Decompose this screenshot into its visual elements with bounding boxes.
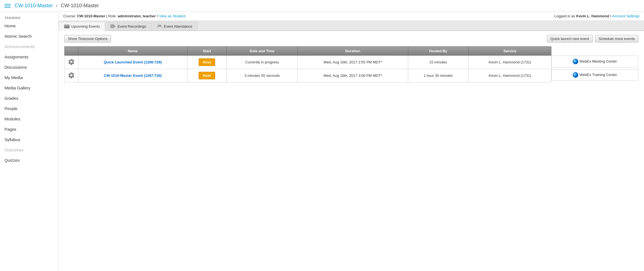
event-link-1[interactable]: CW-1010-Master Event (1267:730): [104, 73, 162, 78]
sidebar-item-announcements: Announcements: [0, 41, 58, 52]
gear-icon[interactable]: [68, 58, 75, 65]
sidebar-item-home[interactable]: Home: [0, 21, 58, 31]
course-header: Course: CW-1010-Master | Role: administr…: [59, 12, 644, 21]
sidebar-item-pages[interactable]: Pages: [0, 124, 58, 134]
gear-icon[interactable]: [68, 72, 75, 79]
tabs-bar: Upcoming Events Event Recordings Event A…: [59, 21, 644, 31]
hamburger-icon[interactable]: [4, 4, 11, 8]
sidebar-item-grades[interactable]: Grades: [0, 93, 58, 103]
col-gear: [65, 47, 78, 56]
service-cell-0: WebEx Meeting Center: [551, 56, 638, 67]
quick-launch-button[interactable]: Quick launch new event: [547, 35, 593, 42]
course-label: Course:: [63, 14, 76, 18]
sidebar-item-media-gallery[interactable]: Media Gallery: [0, 83, 58, 93]
globe-icon-0: [573, 59, 578, 64]
start-cell-0: Currently in progress: [227, 56, 298, 69]
host-button-cell-1: Host: [187, 69, 227, 82]
col-name: Name: [78, 47, 187, 56]
schedule-more-button[interactable]: Schedule more events: [595, 35, 638, 42]
datetime-cell-0: Wed, Aug 16th, 2017 2:55 PM MDT*: [298, 56, 408, 69]
sidebar-item-modules[interactable]: Modules: [0, 114, 58, 124]
svg-rect-1: [64, 25, 69, 26]
table-header: Name Start Date and Time Duration Hosted…: [65, 47, 638, 56]
content-area: Course: CW-1010-Master | Role: administr…: [59, 12, 644, 271]
sidebar-item-discussions[interactable]: Discussions: [0, 62, 58, 72]
event-name-cell-1: CW-1010-Master Event (1267:730): [78, 69, 187, 82]
top-nav: CW-1010-Master › CW-1010-Master: [0, 0, 644, 12]
start-cell-1: 3 minutes 55 seconds: [227, 69, 298, 82]
service-text-1: WebEx Training Center: [579, 73, 617, 77]
tab-event-attendance[interactable]: Event Attendance: [152, 22, 198, 30]
show-timezone-button[interactable]: Show Timezone Options: [64, 35, 111, 42]
sidebar-item-people[interactable]: People: [0, 103, 58, 114]
tab-event-attendance-label: Event Attendance: [164, 24, 192, 28]
course-info: Course: CW-1010-Master | Role: administr…: [63, 14, 185, 18]
recording-icon: [110, 24, 116, 28]
sidebar-item-quizzes[interactable]: Quizzes: [0, 155, 58, 165]
course-separator1: |: [106, 14, 108, 18]
attendance-icon: [157, 24, 162, 28]
event-name-cell-0: Quick Launched Event (1266:729): [78, 56, 187, 69]
col-start: Start: [187, 47, 227, 56]
logged-in-user: Kevin L. Hammond: [576, 14, 609, 18]
panel: Show Timezone Options Quick launch new e…: [59, 31, 644, 271]
events-tbody: Quick Launched Event (1266:729)HostCurre…: [65, 56, 638, 82]
sidebar-item-outcomes: Outcomes: [0, 145, 58, 155]
logged-in-info: Logged in as Kevin L. Hammond • Account …: [554, 14, 640, 18]
hosted-by-cell-1: Kevin L. Hammond (1731): [469, 69, 551, 82]
tab-event-recordings-label: Event Recordings: [117, 24, 146, 28]
host-button-cell-0: Host: [187, 56, 227, 69]
toolbar-left: Show Timezone Options: [64, 35, 111, 42]
main-layout: TRAINING HomeAtomic SearchAnnouncementsA…: [0, 12, 644, 271]
sidebar-item-my-media[interactable]: My Media: [0, 72, 58, 83]
col-duration: Duration: [298, 47, 408, 56]
tab-event-recordings[interactable]: Event Recordings: [105, 22, 152, 30]
hosted-by-cell-0: Kevin L. Hammond (1731): [469, 56, 551, 69]
account-settings-link[interactable]: Account Settings: [612, 14, 640, 18]
service-cell-1: WebEx Training Center: [551, 69, 638, 81]
globe-icon-1: [573, 72, 578, 78]
course-name: CW-1010-Master: [77, 14, 105, 18]
toolbar-right: Quick launch new event Schedule more eve…: [547, 35, 638, 42]
event-link-0[interactable]: Quick Launched Event (1266:729): [104, 60, 162, 64]
table-row: CW-1010-Master Event (1267:730)Host3 min…: [65, 69, 638, 82]
svg-marker-5: [114, 25, 116, 27]
events-table: Name Start Date and Time Duration Hosted…: [64, 46, 638, 82]
host-button-1[interactable]: Host: [199, 72, 215, 79]
table-row: Quick Launched Event (1266:729)HostCurre…: [65, 56, 638, 69]
col-service: Service: [469, 47, 551, 56]
tab-upcoming-events-label: Upcoming Events: [71, 24, 100, 28]
logged-in-label: Logged in as: [554, 14, 575, 18]
duration-cell-0: 15 minutes: [408, 56, 468, 69]
role-name: administrator, teacher: [118, 14, 156, 18]
sidebar-item-syllabus[interactable]: Syllabus: [0, 134, 58, 145]
calendar-icon: [64, 24, 70, 28]
breadcrumb-part1[interactable]: CW-1010-Master: [15, 3, 53, 8]
col-datetime: Date and Time: [227, 47, 298, 56]
breadcrumb: CW-1010-Master › CW-1010-Master: [15, 3, 99, 9]
svg-rect-4: [111, 25, 114, 28]
sidebar-item-assignments[interactable]: Assignments: [0, 52, 58, 62]
breadcrumb-separator: ›: [56, 3, 58, 8]
view-as-student-link[interactable]: View as Student: [159, 14, 185, 18]
gear-cell-0: [65, 56, 78, 69]
col-hosted-by: Hosted By: [408, 47, 468, 56]
sidebar-item-atomic-search[interactable]: Atomic Search: [0, 31, 58, 41]
sidebar: TRAINING HomeAtomic SearchAnnouncementsA…: [0, 12, 59, 271]
sidebar-section-label: TRAINING: [0, 12, 58, 21]
toolbar: Show Timezone Options Quick launch new e…: [64, 35, 638, 42]
tab-upcoming-events[interactable]: Upcoming Events: [59, 22, 105, 31]
gear-cell-1: [65, 69, 78, 82]
breadcrumb-part2: CW-1010-Master: [61, 3, 99, 8]
duration-cell-1: 1 hour 30 minutes: [408, 69, 468, 82]
host-button-0[interactable]: Host: [199, 58, 215, 66]
service-text-0: WebEx Meeting Center: [579, 59, 617, 63]
role-label: Role:: [108, 14, 117, 18]
datetime-cell-1: Wed, Aug 16th, 2017 3:00 PM MDT*: [298, 69, 408, 82]
